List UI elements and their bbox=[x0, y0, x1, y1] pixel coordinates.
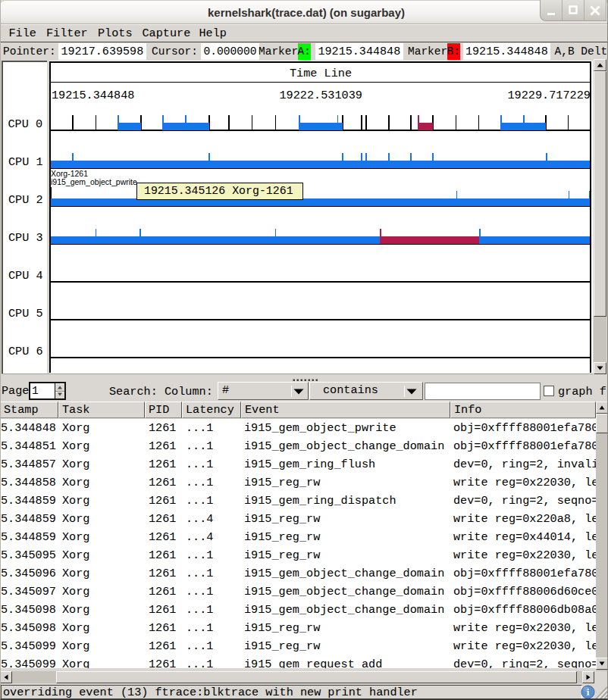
svg-text:19215.344848: 19215.344848 bbox=[52, 89, 134, 102]
svg-text:CPU 1: CPU 1 bbox=[8, 155, 43, 169]
svg-text:19229.717229: 19229.717229 bbox=[508, 89, 591, 102]
svg-text:CPU 3: CPU 3 bbox=[8, 231, 43, 245]
svg-text:CPU 4: CPU 4 bbox=[8, 269, 43, 283]
svg-text:Time Line: Time Line bbox=[290, 67, 352, 80]
svg-text:CPU 6: CPU 6 bbox=[8, 345, 43, 358]
svg-text:CPU 0: CPU 0 bbox=[8, 117, 43, 131]
svg-text:19222.531039: 19222.531039 bbox=[280, 89, 362, 102]
svg-text:CPU 5: CPU 5 bbox=[8, 307, 43, 320]
svg-text:CPU 2: CPU 2 bbox=[8, 193, 43, 207]
svg-text:i: i bbox=[587, 686, 590, 698]
